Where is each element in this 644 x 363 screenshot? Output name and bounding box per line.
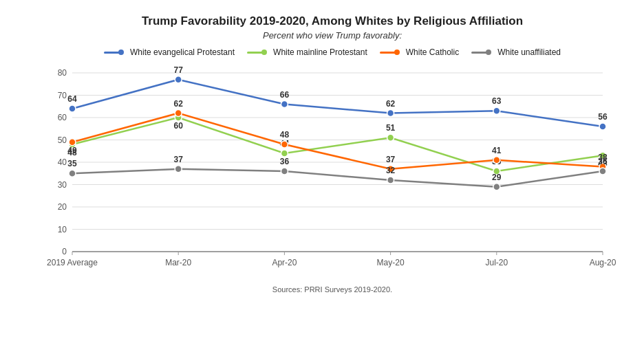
svg-point-41 xyxy=(599,123,606,130)
svg-point-39 xyxy=(493,107,500,114)
svg-text:32: 32 xyxy=(386,166,396,175)
chart-subtitle: Percent who view Trump favorably: xyxy=(41,30,623,41)
svg-text:Aug-20: Aug-20 xyxy=(590,258,616,267)
chart-container: Trump Favorability 2019-2020, Among Whit… xyxy=(0,0,644,363)
svg-text:63: 63 xyxy=(492,96,502,106)
svg-text:0: 0 xyxy=(62,247,67,256)
svg-text:37: 37 xyxy=(174,155,184,164)
legend-label: White mainline Protestant xyxy=(273,47,367,57)
svg-text:66: 66 xyxy=(280,90,290,100)
legend-item: White Catholic xyxy=(380,47,459,57)
svg-text:51: 51 xyxy=(386,123,396,133)
svg-point-31 xyxy=(69,105,76,112)
chart-legend: White evangelical Protestant White mainl… xyxy=(41,47,623,57)
svg-text:49: 49 xyxy=(67,146,77,155)
svg-point-77 xyxy=(599,168,606,175)
svg-point-49 xyxy=(387,134,394,141)
svg-text:35: 35 xyxy=(67,159,77,168)
svg-point-75 xyxy=(493,184,500,190)
svg-text:30: 30 xyxy=(58,180,67,190)
svg-text:Mar-20: Mar-20 xyxy=(165,258,191,267)
svg-text:64: 64 xyxy=(67,94,77,104)
svg-point-37 xyxy=(387,110,394,117)
svg-text:56: 56 xyxy=(598,112,608,122)
svg-point-59 xyxy=(281,141,288,148)
svg-text:36: 36 xyxy=(280,157,290,166)
line-chart: 010203040506070802019 AverageMar-20Apr-2… xyxy=(41,63,616,283)
svg-point-33 xyxy=(175,76,182,83)
svg-text:60: 60 xyxy=(174,121,184,131)
legend-label: White evangelical Protestant xyxy=(130,47,235,57)
svg-point-35 xyxy=(281,101,288,108)
legend-item: White unaffiliated xyxy=(471,47,561,57)
svg-text:50: 50 xyxy=(58,135,67,145)
svg-text:48: 48 xyxy=(280,130,290,140)
svg-text:20: 20 xyxy=(58,202,67,212)
svg-point-55 xyxy=(69,139,76,146)
legend-label: White Catholic xyxy=(406,47,459,57)
svg-text:70: 70 xyxy=(58,91,67,100)
svg-text:Jul-20: Jul-20 xyxy=(485,258,508,267)
chart-title: Trump Favorability 2019-2020, Among Whit… xyxy=(41,14,623,29)
svg-text:60: 60 xyxy=(58,113,67,122)
svg-text:62: 62 xyxy=(174,99,184,109)
svg-text:36: 36 xyxy=(598,157,608,166)
svg-point-47 xyxy=(281,150,288,157)
svg-text:May-20: May-20 xyxy=(377,258,405,267)
legend-item: White evangelical Protestant xyxy=(104,47,235,57)
svg-point-57 xyxy=(175,110,182,117)
svg-point-63 xyxy=(493,157,500,164)
svg-text:Apr-20: Apr-20 xyxy=(272,258,297,267)
svg-point-73 xyxy=(387,177,394,184)
legend-item: White mainline Protestant xyxy=(247,47,367,57)
svg-text:37: 37 xyxy=(386,155,396,164)
legend-label: White unaffiliated xyxy=(497,47,561,57)
svg-text:41: 41 xyxy=(492,146,502,155)
svg-text:77: 77 xyxy=(174,65,184,75)
svg-text:80: 80 xyxy=(58,68,67,78)
svg-point-69 xyxy=(175,166,182,173)
svg-text:40: 40 xyxy=(58,157,67,167)
svg-point-67 xyxy=(69,170,76,177)
svg-text:29: 29 xyxy=(492,173,502,182)
source-text: Sources: PRRI Surveys 2019-2020. xyxy=(41,285,623,294)
svg-text:62: 62 xyxy=(386,99,396,109)
svg-point-71 xyxy=(281,168,288,175)
svg-text:2019 Average: 2019 Average xyxy=(47,258,98,267)
svg-text:10: 10 xyxy=(58,225,67,234)
